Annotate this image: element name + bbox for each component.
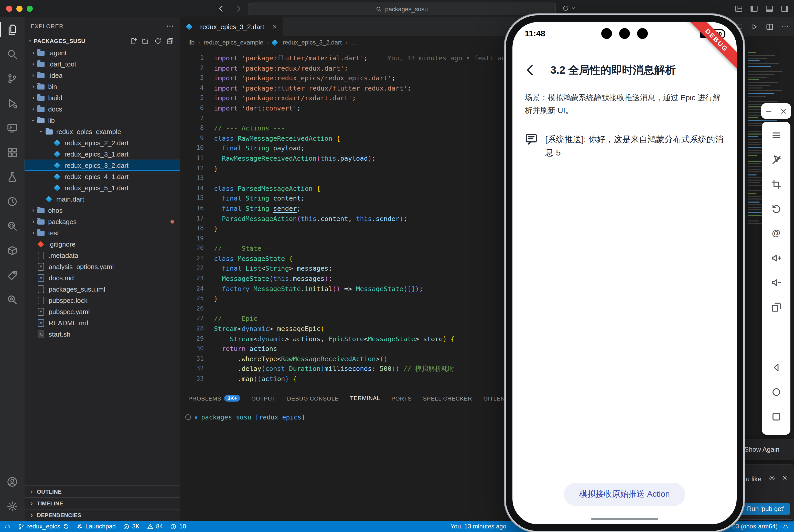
command-center-search[interactable]: packages_susu xyxy=(248,3,556,15)
statusbar-3k[interactable]: 3K xyxy=(123,523,140,530)
statusbar-device[interactable]: 63 (ohos-arm64) xyxy=(732,523,778,530)
panel-tab-output[interactable]: OUTPUT xyxy=(251,389,276,407)
activitybar-testing[interactable] xyxy=(0,165,24,189)
sidebar-section-dependencies[interactable]: ›DEPENDENCIES xyxy=(24,509,180,521)
activitybar-remote-explorer[interactable] xyxy=(0,116,24,140)
more-actions-icon[interactable] xyxy=(166,22,174,30)
statusbar-10[interactable]: 10 xyxy=(170,523,186,530)
activitybar-extensions[interactable] xyxy=(0,140,24,165)
tree-item[interactable]: Yanalysis_options.yaml xyxy=(24,261,180,272)
macos-close-button[interactable] xyxy=(6,6,12,12)
emulator-about-button[interactable]: @ xyxy=(766,223,786,244)
tree-item[interactable]: ›test xyxy=(24,227,180,239)
statusbar-remote[interactable] xyxy=(4,523,11,530)
tree-item[interactable]: main.dart xyxy=(24,193,180,205)
chevron-down-icon[interactable] xyxy=(571,6,576,11)
tree-item[interactable]: redux_epics_5_1.dart xyxy=(24,182,180,193)
tree-item[interactable]: ›bin xyxy=(24,81,180,92)
panel-tab-spell-checker[interactable]: SPELL CHECKER xyxy=(423,389,472,407)
activitybar-gitlens[interactable] xyxy=(0,263,24,287)
panel-tab-terminal[interactable]: TERMINAL xyxy=(350,389,380,407)
sidebar-section-outline[interactable]: ›OUTLINE xyxy=(24,486,180,497)
restart-control[interactable] xyxy=(562,5,576,12)
sidebar-section-timeline[interactable]: ›TIMELINE xyxy=(24,497,180,509)
activitybar-settings[interactable] xyxy=(0,494,24,519)
tree-item[interactable]: redux_epics_3_1.dart xyxy=(24,148,180,159)
collapse-all-button[interactable] xyxy=(166,37,174,45)
project-section-header[interactable]: › PACKAGES_SUSU xyxy=(24,35,180,47)
tree-item[interactable]: Ypubspec.yaml xyxy=(24,306,180,317)
emulator-recents-button[interactable] xyxy=(766,406,786,426)
forward-arrow-icon[interactable] xyxy=(235,5,243,13)
forward-arrow-icon[interactable] xyxy=(235,5,243,13)
tree-item[interactable]: Mdocs.md xyxy=(24,272,180,283)
activitybar-package-explorer[interactable] xyxy=(0,239,24,263)
tree-item[interactable]: ›ohos xyxy=(24,205,180,216)
tree-item[interactable]: ›build xyxy=(24,92,180,103)
split-editor-button[interactable] xyxy=(766,23,774,31)
emulator-home-button[interactable] xyxy=(766,382,786,402)
back-arrow-icon[interactable] xyxy=(217,5,225,13)
toggle-sidebar-button[interactable] xyxy=(750,5,758,13)
new-file-button[interactable] xyxy=(130,37,137,45)
tree-item[interactable]: .gitignore xyxy=(24,239,180,250)
more-button[interactable] xyxy=(781,23,789,31)
tree-item[interactable]: redux_epics_2_2.dart xyxy=(24,137,180,148)
toggle-panel-button[interactable] xyxy=(765,5,774,13)
close-icon[interactable] xyxy=(272,24,277,30)
emulator-touch-off-button[interactable] xyxy=(766,149,786,170)
emulator-minimize-button[interactable] xyxy=(765,107,773,115)
tree-item[interactable]: >_start.sh xyxy=(24,328,180,340)
panel-tab-gitlens[interactable]: GITLENS xyxy=(483,389,509,407)
emulator-close-button[interactable] xyxy=(780,107,787,115)
emulator-volume-down-button[interactable] xyxy=(766,272,786,292)
activitybar-history[interactable] xyxy=(0,189,24,214)
breadcrumb-item[interactable]: … xyxy=(351,39,357,46)
bell-icon[interactable] xyxy=(782,523,789,530)
activitybar-code-search[interactable] xyxy=(0,214,24,239)
tree-item[interactable]: pubspec.lock xyxy=(24,294,180,306)
breadcrumb-item[interactable]: lib xyxy=(188,39,195,46)
layout-grid-button[interactable] xyxy=(735,5,743,13)
tree-item[interactable]: ›lib xyxy=(24,115,180,126)
restart-icon[interactable] xyxy=(562,5,569,12)
breadcrumb-item[interactable]: redux_epics_3_2.dart xyxy=(272,39,342,46)
run-pub-get-button[interactable]: Run 'pub get' xyxy=(741,504,790,515)
activitybar-settings-search[interactable] xyxy=(0,287,24,312)
close-icon[interactable] xyxy=(782,475,788,482)
activitybar-run-debug[interactable] xyxy=(0,91,24,116)
tree-item[interactable]: ›.idea xyxy=(24,70,180,81)
panel-tab-debug-console[interactable]: DEBUG CONSOLE xyxy=(287,389,339,407)
back-arrow-icon[interactable] xyxy=(217,5,225,13)
run-button[interactable] xyxy=(751,23,758,31)
activitybar-account[interactable] xyxy=(0,470,24,494)
statusbar-blame[interactable]: You, 13 minutes ago xyxy=(450,521,506,532)
emulator-rotate-button[interactable] xyxy=(766,297,786,317)
statusbar-redux_epics[interactable]: redux_epics xyxy=(18,523,69,530)
toggle-secondary-sidebar-button[interactable] xyxy=(781,5,789,13)
refresh-button[interactable] xyxy=(154,37,162,45)
tree-item[interactable]: MREADME.md xyxy=(24,317,180,328)
tree-item[interactable]: .metadata xyxy=(24,250,180,261)
panel-tab-problems[interactable]: PROBLEMS3K+ xyxy=(188,389,240,407)
tree-item[interactable]: ›redux_epics_example xyxy=(24,126,180,137)
activitybar-source-control[interactable] xyxy=(0,66,24,91)
emulator-menu-button[interactable] xyxy=(766,125,786,145)
tab-redux-epics-3-2[interactable]: redux_epics_3_2.dart xyxy=(180,17,282,36)
new-folder-button[interactable] xyxy=(142,37,149,45)
emulator-restore-button[interactable] xyxy=(766,198,786,219)
macos-minimize-button[interactable] xyxy=(16,6,22,12)
macos-zoom-button[interactable] xyxy=(26,6,33,12)
tree-item[interactable]: ›.agent xyxy=(24,47,180,58)
simulate-push-button[interactable]: 模拟接收原始推送 Action xyxy=(564,483,685,506)
emulator-back-nav-button[interactable] xyxy=(766,357,786,378)
emulator-screenshot-button[interactable] xyxy=(766,174,786,194)
tree-item[interactable]: redux_epics_3_2.dart xyxy=(24,159,180,171)
statusbar-launchpad[interactable]: Launchpad xyxy=(76,523,116,530)
statusbar-84[interactable]: 84 xyxy=(147,523,163,530)
tree-item[interactable]: packages_susu.iml xyxy=(24,283,180,294)
back-arrow-icon[interactable] xyxy=(524,63,537,77)
tree-item[interactable]: ›packages xyxy=(24,216,180,227)
breadcrumb-item[interactable]: redux_epics_example xyxy=(203,39,263,46)
tree-item[interactable]: ›docs xyxy=(24,103,180,115)
